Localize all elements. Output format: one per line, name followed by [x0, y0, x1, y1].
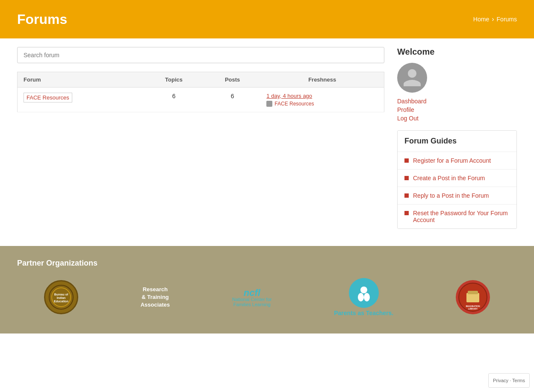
forum-freshness-cell: 1 day, 4 hours ago FACE Resources [260, 88, 384, 112]
footer: Partner Organizations Bureau of Indian E… [0, 246, 534, 333]
freshness-user-link[interactable]: FACE Resources [274, 101, 314, 107]
svg-text:LIBRARY: LIBRARY [468, 307, 478, 310]
guide-item: Create a Post in the Forum [398, 169, 516, 187]
svg-text:Bureau of: Bureau of [54, 293, 68, 296]
svg-point-7 [364, 293, 370, 301]
user-links: Dashboard Profile Log Out [397, 98, 517, 122]
content-layout: Forum Topics Posts Freshness FACE Resour… [17, 47, 517, 229]
ncfl-logo-container: ncfl National Center forFamilies Learnin… [232, 287, 271, 307]
logout-link[interactable]: Log Out [397, 115, 517, 122]
table-header-row: Forum Topics Posts Freshness [18, 72, 384, 88]
ncfl-logo-text: ncfl National Center forFamilies Learnin… [232, 287, 271, 307]
svg-rect-9 [466, 293, 479, 302]
guide-bullet [404, 193, 409, 198]
pat-logo-container: Parents as Teachers. [334, 278, 393, 316]
col-header-forum: Forum [18, 72, 144, 88]
svg-text:Indian: Indian [57, 296, 66, 299]
guide-item: Reset the Password for Your Forum Accoun… [398, 204, 516, 228]
guide-item: Register for a Forum Account [398, 152, 516, 169]
guide-link[interactable]: Register for a Forum Account [413, 157, 491, 164]
partner-logo-dpl: IMAGINATION LIBRARY [456, 280, 490, 314]
freshness-time-link[interactable]: 1 day, 4 hours ago [266, 93, 378, 99]
partner-logo-bie: Bureau of Indian Education [44, 280, 78, 314]
guide-bullet [404, 176, 409, 180]
breadcrumb-separator: › [492, 15, 494, 23]
svg-text:Education: Education [54, 300, 68, 303]
main-column: Forum Topics Posts Freshness FACE Resour… [17, 47, 384, 229]
svg-point-5 [360, 287, 367, 293]
dpl-logo-shape: IMAGINATION LIBRARY [456, 280, 490, 314]
search-input[interactable] [17, 47, 384, 63]
forum-topics-cell: 6 [143, 88, 204, 112]
partner-logos: Bureau of Indian Education Research& Tra… [17, 278, 517, 316]
guides-section: Forum Guides Register for a Forum Accoun… [397, 130, 517, 229]
guide-link[interactable]: Reset the Password for Your Forum Accoun… [413, 210, 510, 223]
col-header-freshness: Freshness [260, 72, 384, 88]
svg-rect-10 [468, 291, 478, 294]
guide-bullet [404, 211, 409, 215]
svg-point-6 [358, 293, 364, 301]
main-wrapper: Forum Topics Posts Freshness FACE Resour… [0, 38, 534, 246]
user-icon [266, 101, 272, 107]
breadcrumb-home[interactable]: Home [473, 16, 489, 23]
partner-title: Partner Organizations [17, 259, 517, 268]
rta-logo-text: Research& TrainingAssociates [141, 286, 170, 309]
header-banner: Forums Home › Forums [0, 0, 534, 38]
partner-logo-pat: Parents as Teachers. [334, 278, 393, 316]
forum-name-cell: FACE Resources [18, 88, 144, 112]
forum-posts-cell: 6 [204, 88, 260, 112]
partner-logo-rta: Research& TrainingAssociates [141, 286, 170, 309]
breadcrumb-current: Forums [497, 16, 517, 23]
forum-table: Forum Topics Posts Freshness FACE Resour… [17, 72, 384, 112]
avatar-icon [401, 67, 423, 88]
avatar [397, 63, 427, 93]
table-row: FACE Resources 6 6 1 day, 4 hours ago FA… [18, 88, 384, 112]
col-header-posts: Posts [204, 72, 260, 88]
col-header-topics: Topics [143, 72, 204, 88]
profile-link[interactable]: Profile [397, 106, 517, 113]
guide-link[interactable]: Create a Post in the Forum [413, 175, 485, 181]
ncfl-logo-subtitle: National Center forFamilies Learning [232, 297, 271, 307]
welcome-title: Welcome [397, 47, 517, 57]
guides-title: Forum Guides [398, 131, 516, 152]
partner-logo-ncfl: ncfl National Center forFamilies Learnin… [232, 287, 271, 307]
guide-bullet [404, 158, 409, 163]
freshness-user: FACE Resources [266, 101, 378, 107]
dashboard-link[interactable]: Dashboard [397, 98, 517, 105]
pat-logo-circle [349, 278, 379, 308]
sidebar: Welcome Dashboard Profile Log Out Forum … [397, 47, 517, 229]
forum-name-link[interactable]: FACE Resources [24, 93, 72, 102]
breadcrumb: Home › Forums [473, 15, 517, 23]
welcome-section: Welcome Dashboard Profile Log Out [397, 47, 517, 122]
guide-link[interactable]: Reply to a Post in the Forum [413, 192, 489, 199]
guide-item: Reply to a Post in the Forum [398, 187, 516, 204]
pat-logo-text: Parents as Teachers. [334, 310, 393, 316]
bie-logo-shape: Bureau of Indian Education [44, 280, 78, 314]
page-title: Forums [17, 12, 67, 27]
